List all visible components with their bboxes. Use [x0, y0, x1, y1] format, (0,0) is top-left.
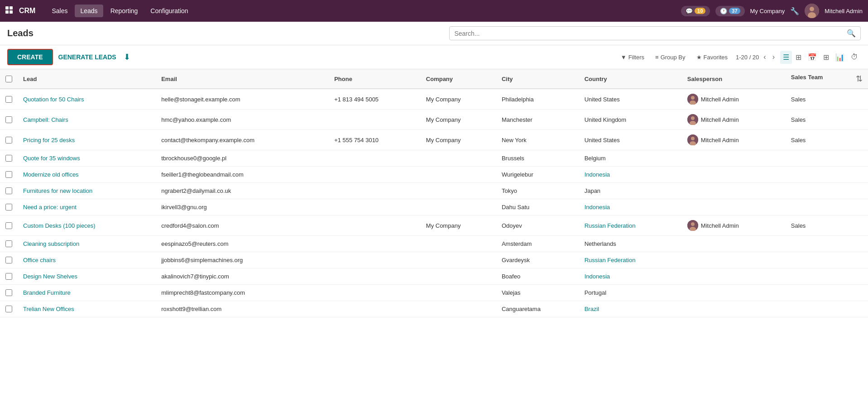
row-checkbox[interactable]	[5, 96, 12, 103]
sales-team-value: Sales	[791, 96, 806, 103]
row-checkbox[interactable]	[5, 204, 12, 211]
row-checkbox-cell	[0, 285, 18, 301]
row-checkbox-cell	[0, 130, 18, 150]
list-view-button[interactable]: ☰	[780, 51, 792, 64]
filters-button[interactable]: ▼ Filters	[616, 52, 649, 63]
city-value: Brussels	[502, 155, 524, 162]
view-icons: ☰ ⊞ 📅 ⊞ 📊 ⏱	[780, 51, 861, 64]
select-all-header[interactable]	[0, 69, 18, 89]
select-all-checkbox[interactable]	[5, 76, 12, 82]
lead-link[interactable]: Campbell: Chairs	[23, 116, 68, 123]
row-checkbox-cell	[0, 110, 18, 130]
col-header-company[interactable]: Company	[421, 69, 496, 89]
download-button[interactable]: ⬇	[122, 50, 132, 64]
lead-link[interactable]: Design New Shelves	[23, 273, 77, 280]
lead-link[interactable]: Quotation for 50 Chairs	[23, 96, 84, 103]
cell-lead: Office chairs	[18, 252, 156, 268]
lead-link[interactable]: Cleaning subscription	[23, 240, 79, 247]
cell-company	[421, 301, 496, 317]
salesperson-cell: Mitchell Admin	[687, 94, 780, 105]
company-name[interactable]: My Company	[750, 8, 785, 14]
nav-item-leads[interactable]: Leads	[75, 5, 103, 17]
nav-item-sales[interactable]: Sales	[46, 5, 73, 17]
cell-lead: Branded Furniture	[18, 285, 156, 301]
row-checkbox-cell	[0, 150, 18, 167]
cell-sales-team	[786, 167, 868, 183]
cell-email: credford4@salon.com	[156, 215, 329, 236]
activity-view-button[interactable]: ⏱	[848, 51, 861, 63]
row-checkbox[interactable]	[5, 155, 12, 162]
search-icon[interactable]: 🔍	[847, 29, 856, 38]
group-by-button[interactable]: ≡ Group By	[651, 52, 690, 63]
row-checkbox[interactable]	[5, 257, 12, 263]
cell-sales-team	[786, 150, 868, 167]
city-value: Manchester	[502, 116, 532, 123]
next-page-button[interactable]: ›	[771, 52, 777, 62]
col-settings-button[interactable]: ⇅	[856, 74, 863, 84]
cell-city: Amsterdam	[496, 236, 579, 252]
nav-item-reporting[interactable]: Reporting	[105, 5, 144, 17]
col-header-country[interactable]: Country	[579, 69, 682, 89]
nav-items: Sales Leads Reporting Configuration	[46, 5, 679, 17]
prev-page-button[interactable]: ‹	[762, 52, 767, 62]
lead-link[interactable]: Pricing for 25 desks	[23, 137, 75, 144]
pagination-text: 1-20 / 20	[736, 54, 759, 61]
cell-lead: Design New Shelves	[18, 268, 156, 285]
lead-link[interactable]: Quote for 35 windows	[23, 155, 80, 162]
row-checkbox[interactable]	[5, 306, 12, 312]
search-bar[interactable]: 🔍	[449, 26, 861, 40]
row-checkbox[interactable]	[5, 187, 12, 194]
avatar[interactable]	[805, 4, 819, 18]
lead-link[interactable]: Furnitures for new location	[23, 187, 92, 194]
kanban-view-button[interactable]: ⊞	[793, 51, 804, 64]
cell-city: Valejas	[496, 285, 579, 301]
cell-phone: +1 555 754 3010	[329, 130, 421, 150]
lead-link[interactable]: Modernize old offices	[23, 171, 79, 178]
table-row: Quotation for 50 Chairshelle@stonageit.e…	[0, 89, 868, 110]
row-checkbox[interactable]	[5, 240, 12, 247]
col-header-phone[interactable]: Phone	[329, 69, 421, 89]
favorites-button[interactable]: ★ Favorites	[692, 52, 732, 63]
table-row: Pricing for 25 deskscontact@thekompany.e…	[0, 130, 868, 150]
cell-sales-team	[786, 252, 868, 268]
row-checkbox[interactable]	[5, 289, 12, 296]
row-checkbox[interactable]	[5, 222, 12, 229]
svg-point-11	[691, 116, 695, 120]
country-value: Portugal	[585, 289, 606, 296]
activity-button[interactable]: 🕐 37	[715, 6, 744, 16]
create-button[interactable]: CREATE	[7, 49, 53, 65]
nav-item-configuration[interactable]: Configuration	[145, 5, 193, 17]
lead-link[interactable]: Office chairs	[23, 257, 56, 263]
messages-button[interactable]: 💬 10	[681, 6, 710, 16]
cell-company	[421, 252, 496, 268]
row-checkbox-cell	[0, 268, 18, 285]
filter-icon: ▼	[621, 54, 627, 61]
col-header-city[interactable]: City	[496, 69, 579, 89]
calendar-view-button[interactable]: 📅	[805, 51, 820, 64]
settings-icon[interactable]: 🔧	[790, 7, 799, 15]
row-checkbox[interactable]	[5, 137, 12, 144]
row-checkbox[interactable]	[5, 171, 12, 178]
col-header-email[interactable]: Email	[156, 69, 329, 89]
col-header-sales-team[interactable]: Sales Team ⇅	[786, 69, 868, 89]
user-name[interactable]: Mitchell Admin	[825, 8, 863, 14]
app-name[interactable]: CRM	[19, 7, 35, 15]
salesperson-name: Mitchell Admin	[701, 137, 739, 144]
lead-link[interactable]: Need a price: urgent	[23, 204, 77, 211]
row-checkbox[interactable]	[5, 273, 12, 280]
col-header-salesperson[interactable]: Salesperson	[682, 69, 786, 89]
lead-link[interactable]: Branded Furniture	[23, 289, 71, 296]
lead-link[interactable]: Custom Desks (100 pieces)	[23, 222, 96, 229]
search-input[interactable]	[454, 30, 847, 37]
cell-phone	[329, 285, 421, 301]
col-header-lead[interactable]: Lead	[18, 69, 156, 89]
cell-sales-team: Sales	[786, 110, 868, 130]
lead-link[interactable]: Trelian New Offices	[23, 306, 74, 312]
cell-email: jjobbins6@simplemachines.org	[156, 252, 329, 268]
cell-country: Russian Federation	[579, 252, 682, 268]
graph-view-button[interactable]: 📊	[833, 51, 847, 64]
row-checkbox[interactable]	[5, 116, 12, 123]
pivot-view-button[interactable]: ⊞	[820, 51, 832, 64]
generate-leads-button[interactable]: GENERATE LEADS	[57, 51, 118, 63]
app-grid-icon[interactable]	[5, 6, 14, 16]
